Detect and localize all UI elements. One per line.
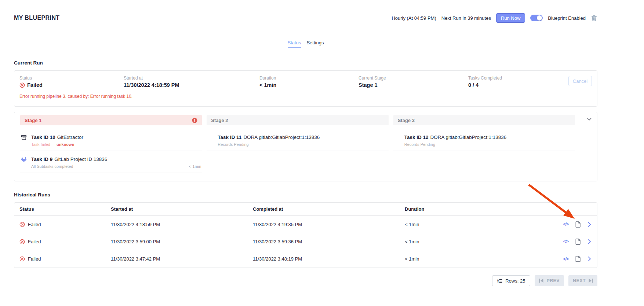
field-duration: Duration < 1min [259, 75, 276, 88]
task-title: Task ID 11DORA gitlab:GitlabProject:1:13… [218, 134, 388, 140]
started-label: Started at [124, 75, 179, 81]
blueprint-enabled-toggle[interactable] [530, 15, 543, 21]
row-started: 11/30/2022 3:59:00 PM [111, 239, 253, 244]
stage-2-column: Stage 2 Task ID 11DORA gitlab:GitlabProj… [207, 115, 388, 173]
stage-columns: Stage 1 [20, 115, 575, 173]
task-status: Records Pending [404, 142, 575, 147]
next-run-text: Next Run in 39 minutes [441, 15, 491, 21]
row-duration: < 1min [405, 222, 536, 227]
task-title: Task ID 9GitLab Project ID 13836 [31, 156, 202, 162]
rows-per-page-label: Rows: 25 [505, 278, 525, 284]
task-row-11: Task ID 11DORA gitlab:GitlabProject:1:13… [207, 129, 388, 151]
view-json-icon[interactable]: </> [563, 239, 568, 244]
row-duration: < 1min [405, 256, 536, 262]
field-current-stage: Current Stage Stage 1 [359, 75, 386, 88]
row-status-text: Failed [28, 239, 41, 244]
row-details-chevron-right-icon[interactable] [588, 222, 591, 227]
historical-runs-section: Historical Runs Status Started at Comple… [14, 192, 597, 286]
stage-2-header: Stage 2 [207, 115, 388, 125]
row-actions: </> [536, 256, 591, 262]
tasks-completed-label: Tasks Completed [468, 75, 502, 81]
table-row: Failed 11/30/2022 3:47:42 PM 11/30/2022 … [14, 250, 597, 268]
task-title: Task ID 10GitExtractor [31, 134, 202, 140]
rows-per-page-button[interactable]: 1 2 Rows: 25 [492, 275, 530, 286]
prev-page-button[interactable]: PREV [535, 275, 564, 286]
task-name: GitLab Project ID 13836 [54, 156, 107, 162]
tab-status[interactable]: Status [288, 40, 301, 48]
blueprint-status-page: MY BLUEPRINT Hourly (At 04:59 PM) Next R… [0, 0, 644, 306]
task-name: DORA gitlab:GitlabProject:1:13836 [243, 134, 320, 140]
task-id: Task ID 9 [31, 156, 52, 162]
task-status-text: Records Pending [404, 142, 435, 147]
historical-runs-title: Historical Runs [14, 192, 597, 198]
field-status: Status Failed [19, 75, 43, 88]
prev-page-label: PREV [546, 278, 560, 283]
run-now-button[interactable]: Run Now [496, 13, 525, 23]
task-status: All Subtasks completed [31, 164, 202, 169]
cancel-button[interactable]: Cancel [568, 76, 592, 86]
task-id: Task ID 11 [218, 134, 241, 140]
stage-1-column: Stage 1 [20, 115, 202, 173]
field-tasks-completed: Tasks Completed 0 / 4 [468, 75, 502, 88]
task-title: Task ID 12DORA gitlab:GitlabProject:1:13… [404, 134, 575, 140]
task-duration: < 1min [189, 164, 201, 169]
delete-blueprint-icon[interactable] [591, 15, 597, 22]
current-run-card: Status Failed Started at 11/30/2022 4:18… [14, 70, 597, 107]
row-status-text: Failed [28, 222, 41, 227]
row-actions: </> [536, 221, 591, 228]
stage-3-column: Stage 3 Task ID 12DORA gitlab:GitlabProj… [393, 115, 575, 173]
row-started: 11/30/2022 4:18:59 PM [111, 222, 253, 227]
task-id: Task ID 12 [404, 134, 429, 140]
duration-value: < 1min [259, 82, 276, 88]
col-duration: Duration [405, 206, 536, 212]
numbered-list-icon: 1 2 [497, 278, 502, 284]
failed-circle-x-icon [19, 256, 25, 262]
svg-text:1: 1 [497, 278, 499, 281]
row-completed: 11/30/2022 3:48:19 PM [253, 256, 405, 262]
task-status: Task failed — unknown [31, 142, 202, 147]
next-page-button[interactable]: NEXT [568, 275, 597, 286]
status-text: Failed [27, 82, 43, 88]
row-status: Failed [19, 256, 111, 262]
task-status-text: All Subtasks completed [31, 164, 73, 169]
row-details-chevron-right-icon[interactable] [588, 257, 591, 261]
skip-previous-icon [539, 279, 543, 283]
stage-3-name: Stage 3 [398, 118, 415, 123]
task-name: DORA gitlab:GitlabProject:1:13836 [430, 134, 506, 140]
row-status-text: Failed [28, 256, 41, 262]
pagination: 1 2 Rows: 25 PREV NEXT [14, 275, 597, 286]
collapse-chevron-down-icon[interactable] [587, 117, 592, 122]
view-json-icon[interactable]: </> [563, 222, 568, 227]
schedule-text: Hourly (At 04:59 PM) [392, 15, 436, 21]
view-log-document-icon[interactable] [575, 239, 581, 245]
col-completed-at: Completed at [253, 206, 405, 212]
duration-label: Duration [259, 75, 276, 81]
view-json-icon[interactable]: </> [563, 257, 568, 262]
current-run-title: Current Run [14, 60, 597, 66]
top-bar: MY BLUEPRINT Hourly (At 04:59 PM) Next R… [14, 0, 597, 23]
svg-text:2: 2 [497, 281, 499, 284]
started-value: 11/30/2022 4:18:59 PM [124, 82, 179, 88]
skip-next-icon [589, 279, 593, 283]
task-status-text: Records Pending [218, 142, 248, 147]
gitlab-icon [21, 156, 27, 162]
row-duration: < 1min [405, 239, 536, 244]
task-row-9: Task ID 9GitLab Project ID 13836 All Sub… [20, 151, 202, 173]
stage-2-name: Stage 2 [211, 118, 228, 123]
current-stage-value: Stage 1 [359, 82, 386, 88]
next-page-label: NEXT [573, 278, 586, 283]
stage-error-icon [192, 118, 197, 123]
blueprint-enabled-label: Blueprint Enabled [548, 15, 586, 21]
view-log-document-icon[interactable] [575, 221, 581, 228]
status-value: Failed [19, 82, 43, 88]
top-bar-actions: Hourly (At 04:59 PM) Next Run in 39 minu… [392, 13, 597, 23]
tab-settings[interactable]: Settings [306, 40, 324, 48]
row-status: Failed [19, 222, 111, 227]
failed-circle-x-icon [19, 222, 25, 227]
current-stage-label: Current Stage [359, 75, 386, 81]
failed-circle-x-icon [19, 82, 25, 88]
view-log-document-icon[interactable] [575, 256, 581, 262]
row-details-chevron-right-icon[interactable] [588, 239, 591, 244]
row-status: Failed [19, 239, 111, 244]
run-error-message: Error running pipeline 3. caused by: Err… [19, 94, 132, 99]
